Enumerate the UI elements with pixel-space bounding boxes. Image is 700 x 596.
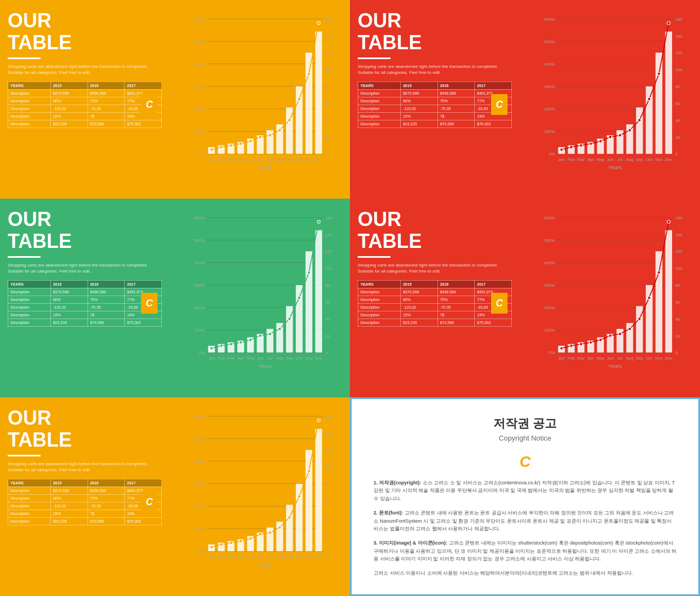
svg-point-41 (269, 134, 271, 136)
table-cell: Description (8, 517, 51, 525)
table-cell: Description (358, 311, 401, 319)
table-cell: 15% (400, 311, 438, 319)
svg-text:80: 80 (325, 283, 330, 288)
svg-text:Years: Years (258, 562, 272, 568)
copyright-section-1: 1. 저작권(copyright): 소스 고려소 소 및 서비스는 고려소(c… (374, 479, 676, 502)
svg-text:400%: 400% (544, 62, 555, 67)
svg-text:20: 20 (675, 334, 680, 339)
copyright-section-3: 3. 이미지(image) & 아이콘(icon): 고려소 콘텐트 내에는 이… (374, 539, 676, 563)
svg-text:0: 0 (675, 350, 678, 355)
panel-3-desc: Shopping carts are abandoned right befor… (358, 63, 512, 76)
svg-text:120: 120 (675, 249, 682, 254)
svg-point-35 (210, 148, 213, 151)
chart-svg-7: 0%100%200%300%400%500%600%02040608010012… (539, 204, 695, 381)
table-cell: Description (8, 296, 51, 303)
svg-text:Jan: Jan (208, 157, 215, 162)
svg-text:40: 40 (675, 118, 680, 123)
svg-point-97 (580, 144, 582, 147)
svg-text:Apr: Apr (587, 356, 594, 361)
svg-text:Oct: Oct (296, 157, 303, 162)
svg-point-283 (288, 516, 291, 519)
svg-point-164 (298, 296, 300, 299)
svg-point-98 (589, 142, 592, 145)
svg-text:100%: 100% (194, 129, 205, 134)
svg-text:300%: 300% (544, 283, 555, 288)
svg-text:0%: 0% (549, 152, 555, 157)
th-2017: 2017 (125, 82, 162, 89)
svg-rect-272 (296, 484, 302, 551)
copyright-logo: C (374, 453, 676, 471)
table-row: Description$370,589$458,589$491,973 (8, 487, 162, 494)
table-cell: Description (8, 303, 51, 311)
svg-text:160: 160 (325, 414, 332, 419)
svg-point-45 (307, 72, 310, 75)
svg-text:120: 120 (675, 50, 682, 55)
svg-text:600%: 600% (194, 414, 205, 419)
svg-text:Jul: Jul (267, 554, 273, 559)
svg-point-284 (298, 495, 300, 497)
svg-text:Sep: Sep (635, 157, 643, 162)
table-cell: 75% (88, 494, 125, 502)
svg-text:0: 0 (325, 549, 328, 554)
svg-point-161 (269, 332, 271, 335)
svg-text:100: 100 (325, 465, 332, 470)
table-cell: 80% (50, 296, 88, 303)
svg-point-36 (220, 146, 223, 148)
svg-point-285 (307, 470, 310, 472)
svg-point-282 (278, 526, 281, 529)
table-cell: Description (358, 97, 401, 105)
panel-1-content: OURTABLE Shopping carts are abandoned ri… (0, 0, 170, 199)
panel-1-table: YEARS 2015 2016 2017 Description$370,589… (8, 82, 162, 128)
svg-text:20: 20 (325, 135, 330, 140)
table-row: Description15%7$19% (8, 311, 162, 319)
svg-point-96 (570, 146, 573, 148)
table-cell: $458,589 (88, 89, 125, 97)
svg-text:80: 80 (675, 84, 680, 89)
chart-svg-3: 0%100%200%300%400%500%600%02040608010012… (539, 5, 695, 182)
svg-text:400%: 400% (194, 261, 205, 265)
table-cell: $15,235 (400, 120, 438, 128)
table-row: Description$15,235$70,569$75,002 (358, 319, 512, 326)
svg-rect-153 (306, 251, 312, 352)
svg-point-39 (249, 140, 252, 142)
svg-rect-214 (665, 230, 672, 353)
svg-text:0%: 0% (199, 152, 205, 157)
panel-5-title: OURTABLE (8, 209, 162, 252)
svg-text:140: 140 (675, 233, 682, 238)
main-grid: OURTABLE Shopping carts are abandoned ri… (0, 0, 700, 596)
svg-text:300%: 300% (544, 84, 555, 89)
table-cell: Description (8, 97, 51, 105)
svg-text:200%: 200% (194, 305, 205, 310)
svg-text:400%: 400% (194, 62, 205, 67)
table-cell: 7$ (88, 510, 125, 517)
svg-text:Jan: Jan (208, 554, 215, 559)
table-cell: -70,35 (88, 502, 125, 510)
svg-text:300%: 300% (194, 283, 205, 288)
svg-text:Jun: Jun (607, 157, 614, 162)
svg-point-46 (317, 21, 320, 24)
svg-text:600%: 600% (194, 216, 205, 221)
svg-text:May: May (247, 356, 255, 361)
table-row: Description$15,235$70,589$75,002 (8, 517, 162, 525)
panel-1-underline (8, 57, 40, 59)
table-row: Description-123,02-70,35-33,89 (8, 502, 162, 510)
svg-point-104 (648, 97, 650, 100)
svg-text:0: 0 (325, 350, 328, 355)
svg-text:Years: Years (258, 164, 272, 170)
svg-text:100%: 100% (194, 328, 205, 333)
svg-text:300%: 300% (194, 84, 205, 89)
chart-svg-9: 0%100%200%300%400%500%600%02040608010012… (189, 403, 345, 580)
svg-text:100: 100 (675, 266, 682, 271)
svg-text:Nov: Nov (655, 157, 663, 162)
svg-rect-33 (306, 53, 312, 154)
table-cell: $70,589 (88, 517, 125, 525)
panel-9-title: OURTABLE (8, 407, 162, 450)
svg-text:Apr: Apr (237, 157, 244, 162)
svg-text:60: 60 (675, 300, 680, 305)
svg-text:Mar: Mar (228, 356, 235, 361)
svg-text:600%: 600% (194, 17, 205, 22)
svg-text:600%: 600% (544, 17, 555, 22)
table-cell: $370,589 (400, 89, 438, 97)
svg-text:May: May (247, 554, 255, 559)
svg-point-221 (619, 332, 621, 335)
